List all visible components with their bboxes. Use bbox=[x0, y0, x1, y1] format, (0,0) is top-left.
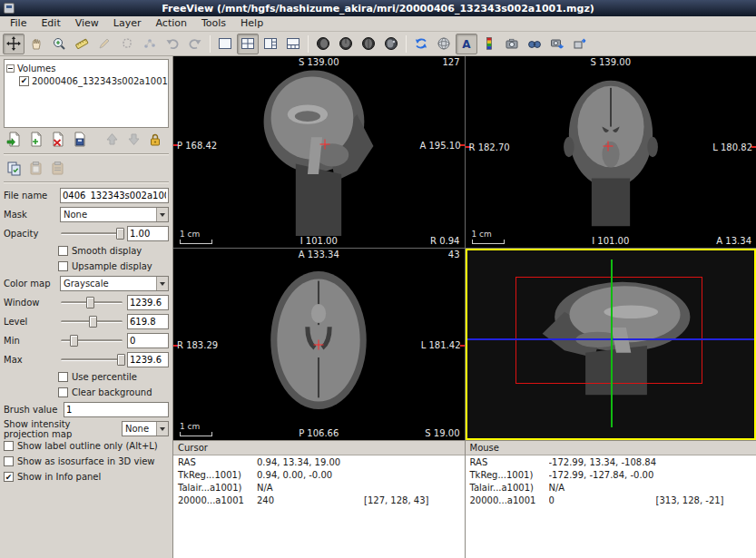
file-name-label: File name bbox=[4, 191, 56, 201]
view-sagittal-icon[interactable] bbox=[312, 34, 334, 54]
slice-number: 43 bbox=[448, 250, 460, 259]
max-slider[interactable] bbox=[60, 353, 123, 367]
opacity-input[interactable] bbox=[127, 226, 169, 241]
label-outline-checkbox[interactable]: Show label outline only (Alt+L) bbox=[4, 438, 169, 454]
brush-value-input[interactable] bbox=[64, 402, 169, 417]
table-row[interactable]: 20000...a1001 240 [127, 128, 43] bbox=[173, 494, 465, 506]
mouse-info-header[interactable]: Mouse bbox=[466, 441, 756, 455]
lock-layer-icon[interactable] bbox=[145, 130, 165, 150]
window-slider[interactable] bbox=[60, 296, 123, 309]
screenshot-icon[interactable] bbox=[501, 34, 523, 54]
rotate-view-icon[interactable] bbox=[433, 34, 455, 54]
pointset-edit-icon[interactable] bbox=[139, 34, 161, 54]
navigate-tool-icon[interactable] bbox=[3, 34, 25, 54]
undo-icon[interactable] bbox=[162, 34, 183, 54]
table-row[interactable]: RAS 0.94, 13.34, 19.00 bbox=[173, 455, 465, 468]
table-row[interactable]: 20000...a1001 0 [313, 128, -21] bbox=[466, 494, 756, 506]
layout-1x3-horizontal-icon[interactable] bbox=[282, 34, 304, 54]
show-info-panel-checkbox[interactable]: Show in Info panel bbox=[4, 469, 169, 485]
move-layer-up-icon[interactable] bbox=[102, 130, 122, 150]
menu-edit[interactable]: Edit bbox=[34, 16, 67, 31]
max-label: Max bbox=[4, 355, 56, 365]
table-row[interactable]: Talair...a1001) N/A bbox=[173, 481, 465, 494]
refresh-icon[interactable] bbox=[410, 34, 432, 54]
min-input[interactable] bbox=[127, 333, 169, 348]
table-row[interactable]: Talair...a1001) N/A bbox=[466, 481, 756, 494]
smooth-display-checkbox[interactable]: Smooth display bbox=[4, 243, 169, 259]
collapse-icon[interactable] bbox=[6, 64, 15, 73]
window-label: Window bbox=[4, 298, 56, 308]
layout-1x3-icon[interactable] bbox=[260, 34, 281, 54]
opacity-slider-handle[interactable] bbox=[116, 228, 124, 240]
new-volume-icon[interactable] bbox=[25, 130, 45, 150]
close-volume-icon[interactable] bbox=[47, 130, 67, 150]
stereo-view-icon[interactable] bbox=[524, 34, 545, 54]
checkbox-box bbox=[58, 246, 68, 256]
hand-tool-icon[interactable] bbox=[25, 34, 47, 54]
view-3d-icon[interactable] bbox=[380, 34, 402, 54]
menu-file[interactable]: File bbox=[3, 16, 34, 31]
view-axial-icon[interactable] bbox=[358, 34, 379, 54]
redo-icon[interactable] bbox=[184, 34, 206, 54]
window-slider-handle[interactable] bbox=[86, 297, 94, 308]
view-coronal[interactable]: S 139.00 R 182.70 L 180.82 I 101.00 A 13… bbox=[466, 56, 756, 248]
flyby-icon[interactable] bbox=[569, 34, 591, 54]
table-row[interactable]: RAS -172.99, 13.34, -108.84 bbox=[466, 455, 756, 468]
load-volume-icon[interactable] bbox=[4, 130, 24, 150]
copy-settings-icon[interactable] bbox=[4, 159, 24, 179]
checkbox-label: Upsample display bbox=[72, 261, 152, 271]
color-map-value: Grayscale bbox=[61, 279, 156, 289]
voxel-edit-icon[interactable] bbox=[93, 34, 115, 54]
chevron-down-icon bbox=[156, 422, 168, 436]
roi-edit-icon[interactable] bbox=[116, 34, 138, 54]
zoom-tool-icon[interactable] bbox=[48, 34, 70, 54]
max-input[interactable] bbox=[127, 352, 169, 367]
show-annotation-icon[interactable]: A bbox=[456, 34, 477, 54]
layout-2x2-icon[interactable] bbox=[237, 34, 259, 54]
menu-tools[interactable]: Tools bbox=[194, 16, 233, 31]
volumes-root[interactable]: Volumes bbox=[6, 62, 166, 74]
paste-settings-all-icon[interactable] bbox=[47, 159, 67, 179]
table-row[interactable]: TkReg...1001) -172.99, -127.84, -0.00 bbox=[466, 468, 756, 481]
file-name-input[interactable] bbox=[60, 188, 169, 203]
table-row[interactable]: TkReg...1001) 0.94, 0.00, -0.00 bbox=[173, 468, 465, 481]
view-axial[interactable]: A 133.34 43 R 183.29 L 181.42 P 106.66 S… bbox=[173, 249, 465, 440]
volume-item[interactable]: 20000406_132343s002a1001 bbox=[6, 74, 166, 87]
move-layer-down-icon[interactable] bbox=[123, 130, 143, 150]
volume-visible-checkbox[interactable] bbox=[19, 76, 29, 86]
cursor-info-header[interactable]: Cursor bbox=[173, 441, 465, 455]
level-slider[interactable] bbox=[60, 315, 123, 328]
min-slider-handle[interactable] bbox=[70, 335, 78, 347]
save-volume-icon[interactable] bbox=[69, 130, 89, 150]
window-input[interactable] bbox=[127, 295, 169, 310]
min-slider[interactable] bbox=[60, 334, 123, 348]
view-3d[interactable] bbox=[466, 249, 756, 440]
level-slider-handle[interactable] bbox=[89, 316, 97, 328]
menu-layer[interactable]: Layer bbox=[106, 16, 149, 31]
save-screenshot-icon[interactable] bbox=[546, 34, 568, 54]
max-slider-handle[interactable] bbox=[117, 354, 125, 366]
projection-select[interactable]: None bbox=[122, 421, 169, 436]
isosurface-checkbox[interactable]: Show as isosurface in 3D view bbox=[4, 454, 169, 469]
checkbox-box bbox=[4, 472, 14, 482]
view-sagittal[interactable]: S 139.00 127 P 168.42 A 195.10 I 101.00 … bbox=[173, 56, 465, 248]
separator bbox=[4, 181, 169, 183]
level-input[interactable] bbox=[127, 314, 169, 329]
checkbox-box bbox=[4, 456, 14, 466]
show-colorbar-icon[interactable] bbox=[478, 34, 500, 54]
use-percentile-checkbox[interactable]: Use percentile bbox=[4, 369, 169, 385]
mask-select[interactable]: None bbox=[60, 207, 169, 222]
measure-tool-icon[interactable] bbox=[71, 34, 93, 54]
window-titlebar[interactable]: FreeView (/mnt/hgfs/hashizume_akira/mri/… bbox=[0, 0, 756, 16]
paste-settings-icon[interactable] bbox=[25, 159, 45, 179]
menu-view[interactable]: View bbox=[68, 16, 106, 31]
menu-help[interactable]: Help bbox=[233, 16, 270, 31]
menu-action[interactable]: Action bbox=[149, 16, 194, 31]
layout-1x1-icon[interactable] bbox=[214, 34, 236, 54]
row-name: TkReg...1001) bbox=[466, 470, 549, 480]
upsample-display-checkbox[interactable]: Upsample display bbox=[4, 259, 169, 274]
color-map-select[interactable]: Grayscale bbox=[60, 276, 169, 291]
view-coronal-icon[interactable] bbox=[335, 34, 357, 54]
opacity-slider[interactable] bbox=[60, 227, 123, 240]
clear-background-checkbox[interactable]: Clear background bbox=[4, 385, 169, 400]
